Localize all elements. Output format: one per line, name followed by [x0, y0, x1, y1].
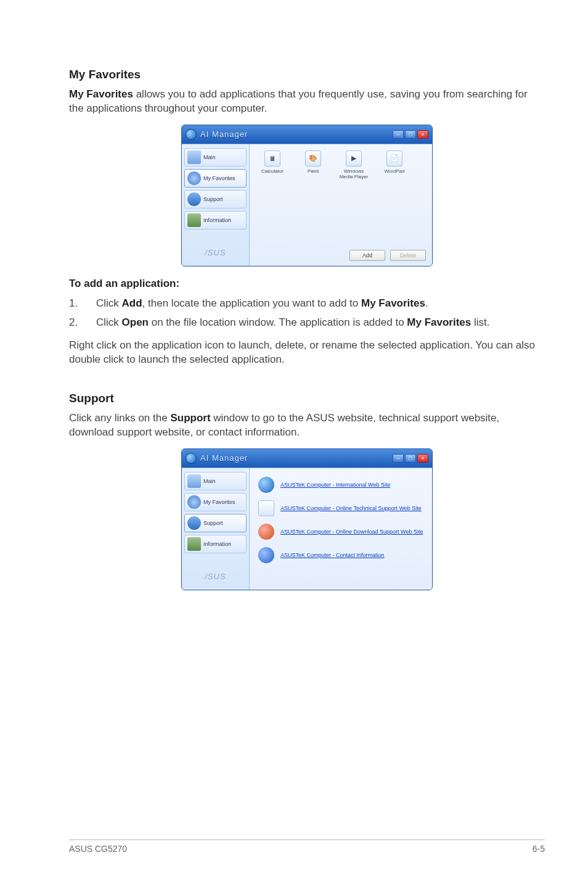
- main-icon: [187, 474, 201, 488]
- support-link-row: ASUSTeK Computer - International Web Sit…: [258, 477, 423, 493]
- support-link-list: ASUSTeK Computer - International Web Sit…: [256, 474, 426, 566]
- contact-icon: [258, 547, 274, 563]
- favorite-wordpad[interactable]: 📄 WordPad: [378, 151, 411, 179]
- content-area: ASUSTeK Computer - International Web Sit…: [250, 468, 432, 590]
- step-number: 2.: [69, 315, 96, 331]
- support-link-download[interactable]: ASUSTeK Computer - Online Download Suppo…: [280, 529, 423, 535]
- sidebar-item-support[interactable]: Support: [184, 514, 247, 532]
- step-1: 1. Click Add, then locate the applicatio…: [69, 296, 545, 311]
- media-player-icon: ▶: [346, 151, 362, 167]
- delete-button[interactable]: Delete: [390, 250, 426, 261]
- support-icon: [187, 516, 201, 530]
- close-button[interactable]: ×: [417, 454, 428, 463]
- sidebar-item-support[interactable]: Support: [184, 190, 247, 208]
- footer-right: 6-5: [533, 844, 545, 854]
- add-button[interactable]: Add: [349, 250, 385, 261]
- support-heading: Support: [69, 392, 545, 405]
- wordpad-icon: 📄: [386, 151, 402, 167]
- favorite-label: Calculator: [256, 168, 289, 174]
- support-link-contact[interactable]: ASUSTeK Computer - Contact Information: [280, 552, 385, 558]
- post-steps-text: Right click on the application icon to l…: [69, 339, 545, 367]
- sidebar-label-main: Main: [203, 154, 216, 160]
- information-icon: [187, 213, 201, 227]
- sidebar-label-information: Information: [203, 217, 231, 223]
- content-area: 🖩 Calculator 🎨 Paint ▶ Windows Media Pla…: [250, 144, 432, 266]
- window-title: AI Manager: [200, 130, 248, 139]
- favorite-paint[interactable]: 🎨 Paint: [296, 151, 330, 179]
- information-icon: [187, 537, 201, 551]
- maximize-button[interactable]: □: [405, 454, 416, 463]
- step-number: 1.: [69, 296, 96, 311]
- sidebar-item-main[interactable]: Main: [184, 472, 247, 490]
- ai-manager-window: AI Manager – □ × Main My Favorites: [181, 125, 433, 266]
- steps-list: 1. Click Add, then locate the applicatio…: [69, 296, 545, 330]
- add-application-subhead: To add an application:: [69, 278, 545, 290]
- favorites-row: 🖩 Calculator 🎨 Paint ▶ Windows Media Pla…: [256, 151, 426, 179]
- window-body: Main My Favorites Support Information: [182, 468, 432, 590]
- ai-manager-window-support: AI Manager – □ × Main My Favorites: [181, 448, 433, 590]
- sidebar: Main My Favorites Support Information: [182, 144, 250, 266]
- support-link-row: ASUSTeK Computer - Contact Information: [258, 547, 423, 563]
- step-text: Click Open on the file location window. …: [96, 315, 490, 331]
- button-row: Add Delete: [349, 250, 426, 261]
- globe-icon: [258, 477, 274, 493]
- support-intro: Click any links on the Support window to…: [69, 411, 545, 440]
- my-favorites-heading: My Favorites: [69, 68, 545, 81]
- t: list.: [471, 316, 489, 328]
- sidebar-item-my-favorites[interactable]: My Favorites: [184, 169, 247, 188]
- main-icon: [187, 151, 201, 164]
- b: Add: [122, 297, 142, 309]
- support-link-international[interactable]: ASUSTeK Computer - International Web Sit…: [280, 482, 390, 488]
- sidebar-item-information[interactable]: Information: [184, 211, 247, 229]
- sidebar: Main My Favorites Support Information: [182, 468, 250, 590]
- window-body: Main My Favorites Support Information: [182, 144, 432, 266]
- asus-brand-text: /SUS: [184, 568, 247, 586]
- t: Click: [96, 316, 122, 328]
- sidebar-label-my-favorites: My Favorites: [203, 175, 235, 181]
- favorite-calculator[interactable]: 🖩 Calculator: [256, 151, 289, 179]
- sidebar-label-information: Information: [203, 541, 231, 547]
- sidebar-item-main[interactable]: Main: [184, 148, 247, 167]
- my-favorites-icon: [187, 171, 201, 185]
- sidebar-label-my-favorites: My Favorites: [203, 499, 235, 505]
- window-controls: – □ ×: [393, 454, 428, 463]
- t: on the file location window. The applica…: [149, 316, 407, 328]
- page-footer: ASUS CG5270 6-5: [0, 840, 588, 854]
- favorite-label: Paint: [296, 168, 330, 174]
- support-link-technical[interactable]: ASUSTeK Computer - Online Technical Supp…: [280, 505, 422, 511]
- favorite-wmp[interactable]: ▶ Windows Media Player: [337, 151, 370, 179]
- window-controls: – □ ×: [393, 130, 428, 139]
- page-content: My Favorites My Favorites allows you to …: [0, 0, 588, 590]
- b: Open: [122, 316, 149, 328]
- paint-icon: 🎨: [305, 151, 321, 167]
- b: My Favorites: [407, 316, 471, 328]
- maximize-button[interactable]: □: [405, 130, 416, 139]
- minimize-button[interactable]: –: [393, 454, 404, 463]
- download-icon: [258, 524, 274, 540]
- my-favorites-icon: [187, 495, 201, 509]
- intro-bold: My Favorites: [69, 88, 133, 100]
- sidebar-label-support: Support: [203, 520, 223, 526]
- t: Click: [96, 297, 122, 309]
- b: Support: [170, 412, 210, 424]
- support-link-row: ASUSTeK Computer - Online Download Suppo…: [258, 524, 423, 540]
- favorite-label: Windows Media Player: [337, 168, 370, 179]
- sidebar-item-my-favorites[interactable]: My Favorites: [184, 493, 247, 511]
- app-logo-icon: [186, 453, 197, 464]
- close-button[interactable]: ×: [417, 130, 428, 139]
- titlebar: AI Manager – □ ×: [182, 449, 432, 468]
- sidebar-label-support: Support: [203, 196, 223, 202]
- favorite-label: WordPad: [378, 168, 411, 174]
- my-favorites-intro: My Favorites allows you to add applicati…: [69, 88, 545, 116]
- sidebar-item-information[interactable]: Information: [184, 535, 247, 553]
- t: , then locate the application you want t…: [142, 297, 361, 309]
- app-logo-icon: [186, 129, 197, 140]
- t: .: [425, 297, 428, 309]
- intro-rest: allows you to add applications that you …: [69, 88, 528, 114]
- step-2: 2. Click Open on the file location windo…: [69, 315, 545, 331]
- my-favorites-screenshot: AI Manager – □ × Main My Favorites: [69, 125, 545, 266]
- b: My Favorites: [361, 297, 425, 309]
- sidebar-label-main: Main: [203, 478, 216, 484]
- support-screenshot: AI Manager – □ × Main My Favorites: [69, 448, 545, 590]
- minimize-button[interactable]: –: [393, 130, 404, 139]
